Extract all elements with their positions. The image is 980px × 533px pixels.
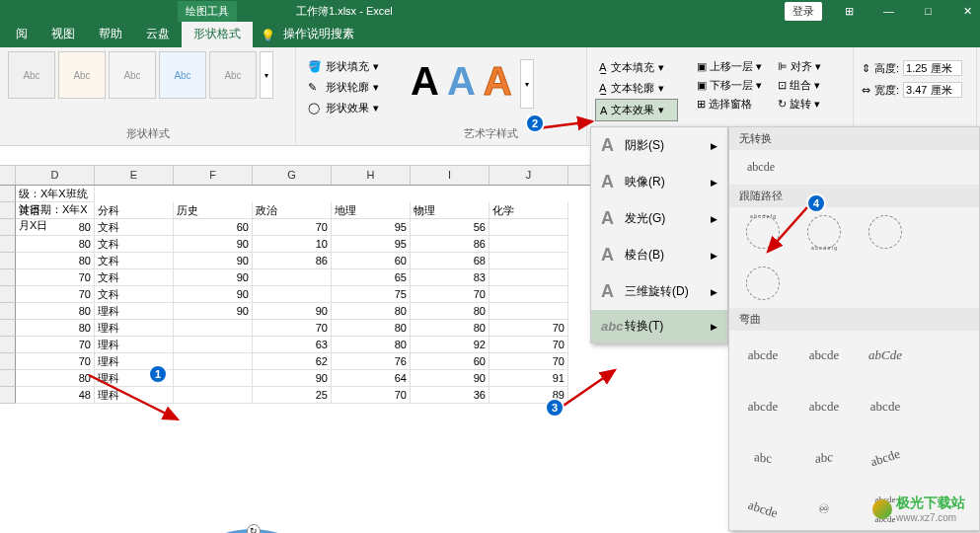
path-circle-option[interactable] [864, 215, 907, 249]
ribbon-display-icon[interactable]: ⊞ [837, 5, 862, 18]
selection-pane-button[interactable]: ⊞选择窗格 [694, 95, 765, 114]
tab-view[interactable]: 视图 [39, 21, 87, 47]
cell[interactable] [490, 269, 568, 286]
cell[interactable]: 90 [174, 286, 253, 303]
cell[interactable]: 理科 [95, 303, 174, 320]
cell[interactable]: 80 [16, 236, 95, 253]
warp-option[interactable]: abcde [864, 390, 907, 423]
cell[interactable]: 68 [411, 253, 490, 269]
cell[interactable]: 64 [332, 370, 411, 387]
text-effects-button[interactable]: A文本效果 ▾ [595, 99, 678, 121]
style-more-button[interactable]: ▾ [260, 51, 273, 99]
warp-option[interactable]: abc [741, 439, 785, 478]
cell[interactable]: 83 [411, 269, 490, 286]
cell[interactable] [174, 337, 253, 353]
col-header-G[interactable]: G [253, 166, 332, 185]
align-button[interactable]: ⊫对齐 ▾ [775, 57, 824, 76]
shape-fill-button[interactable]: 🪣形状填充 ▾ [304, 57, 387, 76]
cell[interactable]: 80 [16, 253, 95, 269]
text-outline-button[interactable]: A̲文本轮廓 ▾ [595, 78, 678, 99]
style-preset-3[interactable]: Abc [109, 51, 156, 99]
row-header[interactable] [0, 202, 16, 219]
cell[interactable]: 95 [332, 219, 411, 236]
cell[interactable]: 80 [16, 303, 95, 320]
tab-review[interactable]: 阅 [4, 21, 39, 47]
cell[interactable]: 92 [411, 337, 490, 353]
warp-option[interactable]: abcde [860, 435, 911, 481]
close-icon[interactable]: ✕ [955, 5, 980, 18]
cell[interactable]: 80 [332, 303, 411, 320]
bevel-menu-item[interactable]: A棱台(B)▶ [591, 237, 727, 273]
wordart-preset-3[interactable]: A [484, 59, 512, 109]
circle-shape[interactable]: ↻ 极光下载站有限公 [163, 529, 340, 533]
wordart-more-button[interactable]: ▾ [520, 59, 534, 109]
glow-menu-item[interactable]: A发光(G)▶ [591, 200, 727, 237]
col-header-D[interactable]: D [16, 166, 95, 185]
send-backward-button[interactable]: ▣下移一层 ▾ [694, 76, 765, 95]
cell[interactable]: 文科 [95, 286, 174, 303]
warp-option[interactable]: abc [802, 439, 846, 478]
cell[interactable]: 政治 [253, 202, 332, 219]
rotate-handle-icon[interactable]: ↻ [247, 524, 261, 533]
cell[interactable]: 10 [253, 236, 332, 253]
text-fill-button[interactable]: A̲文本填充 ▾ [595, 57, 678, 78]
height-input[interactable] [903, 60, 962, 76]
row-header[interactable] [0, 370, 16, 387]
path-button-option[interactable] [741, 266, 785, 300]
style-preset-1[interactable]: Abc [8, 51, 55, 99]
drawing-shape[interactable]: ↻ 极光下载站有限公 [163, 529, 340, 533]
warp-option[interactable]: abcde [802, 339, 846, 372]
rotate-button[interactable]: ↻旋转 ▾ [775, 95, 824, 114]
row-header[interactable] [0, 219, 16, 236]
cell[interactable]: 70 [16, 337, 95, 353]
row-header[interactable] [0, 337, 16, 353]
cell[interactable]: 化学 [490, 202, 568, 219]
warp-option[interactable]: abcde [802, 390, 846, 423]
wordart-preset-2[interactable]: A [447, 59, 476, 109]
cell[interactable]: 90 [174, 303, 253, 320]
cell[interactable]: 文科 [95, 236, 174, 253]
col-header-I[interactable]: I [411, 166, 490, 185]
cell[interactable]: 95 [332, 236, 411, 253]
cell[interactable]: 25 [253, 387, 332, 404]
cell[interactable]: 70 [332, 387, 411, 404]
transform-menu-item[interactable]: abc转换(T)▶ [591, 310, 727, 343]
cell[interactable]: 90 [411, 370, 490, 387]
cell[interactable]: 62 [253, 353, 332, 370]
cell[interactable]: 86 [411, 236, 490, 253]
row-header[interactable] [0, 186, 16, 202]
cell[interactable]: 70 [16, 269, 95, 286]
width-input[interactable] [903, 82, 962, 98]
warp-option[interactable]: abcde [741, 390, 785, 423]
cell[interactable]: 76 [332, 353, 411, 370]
cell[interactable] [490, 303, 568, 320]
style-preset-2[interactable]: Abc [58, 51, 106, 99]
rotation-3d-menu-item[interactable]: A三维旋转(D)▶ [591, 273, 727, 310]
cell[interactable]: 英语 [16, 202, 95, 219]
group-button[interactable]: ⊡组合 ▾ [775, 76, 824, 95]
cell[interactable]: 60 [174, 219, 253, 236]
cell[interactable]: 60 [411, 353, 490, 370]
cell[interactable]: 75 [332, 286, 411, 303]
row-header[interactable] [0, 353, 16, 370]
col-header-F[interactable]: F [174, 166, 253, 185]
cell[interactable]: 理科 [95, 320, 174, 337]
cell[interactable]: 80 [332, 320, 411, 337]
shape-effects-button[interactable]: ◯形状效果 ▾ [304, 99, 387, 117]
cell[interactable]: 70 [490, 337, 568, 353]
row-header[interactable] [0, 320, 16, 337]
style-preset-4[interactable]: Abc [159, 51, 206, 99]
merged-header-cell[interactable]: 级：X年X班统计日期：X年X月X日 [16, 186, 95, 202]
col-header-J[interactable]: J [490, 166, 568, 185]
login-button[interactable]: 登录 [785, 2, 822, 21]
warp-option[interactable]: ♾ [802, 493, 846, 526]
style-preset-5[interactable]: Abc [209, 51, 257, 99]
maximize-icon[interactable]: □ [916, 5, 941, 17]
shadow-menu-item[interactable]: A阴影(S)▶ [591, 127, 727, 164]
col-header-H[interactable]: H [332, 166, 411, 185]
cell[interactable]: 70 [253, 219, 332, 236]
row-header[interactable] [0, 253, 16, 269]
cell[interactable]: 90 [253, 370, 332, 387]
cell[interactable]: 理科 [95, 337, 174, 353]
cell[interactable]: 70 [411, 286, 490, 303]
